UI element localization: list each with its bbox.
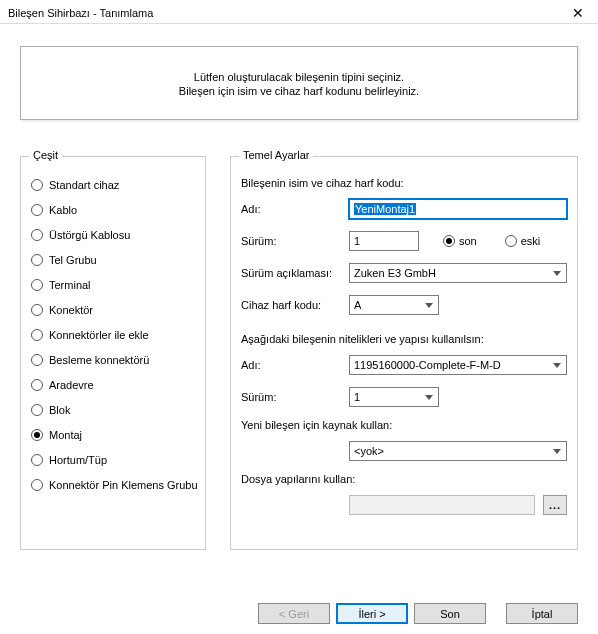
type-fieldset: Çeşit Standart cihazKabloÜstörgü Kablosu… (20, 156, 206, 550)
type-radio-3[interactable]: Tel Grubu (31, 254, 195, 266)
wizard-buttons: < Geri İleri > Son İptal (258, 603, 578, 624)
radio-icon (31, 204, 43, 216)
version-radio-old[interactable]: eski (505, 235, 541, 247)
type-radio-12[interactable]: Konnektör Pin Klemens Grubu (31, 479, 195, 491)
desc-value: Zuken E3 GmbH (354, 267, 436, 279)
chevron-down-icon (549, 446, 564, 456)
attrs-text: Aşağıdaki bileşenin nitelikleri ve yapıs… (241, 333, 567, 345)
radio-icon (31, 279, 43, 291)
name-input[interactable]: YeniMontaj1 (349, 199, 567, 219)
type-radio-label: Terminal (49, 279, 91, 291)
type-radio-label: Tel Grubu (49, 254, 97, 266)
radio-icon (31, 404, 43, 416)
attr-version-value: 1 (354, 391, 360, 403)
devcode-value: A (354, 299, 361, 311)
radio-icon (31, 429, 43, 441)
titlebar: Bileşen Sihirbazı - Tanımlama ✕ (0, 0, 598, 24)
settings-legend: Temel Ayarlar (239, 149, 313, 161)
settings-intro: Bileşenin isim ve cihaz harf kodu: (241, 177, 567, 189)
chevron-down-icon (549, 268, 564, 278)
file-struct-label: Dosya yapılarını kullan: (241, 473, 567, 485)
desc-label: Sürüm açıklaması: (241, 267, 341, 279)
type-radio-label: Hortum/Tüp (49, 454, 107, 466)
name-label: Adı: (241, 203, 341, 215)
devcode-select[interactable]: A (349, 295, 439, 315)
radio-icon (31, 304, 43, 316)
back-button: < Geri (258, 603, 330, 624)
banner-line1: Lütfen oluşturulacak bileşenin tipini se… (31, 71, 567, 83)
type-radio-label: Besleme konnektörü (49, 354, 149, 366)
type-radio-6[interactable]: Konnektörler ile ekle (31, 329, 195, 341)
devcode-label: Cihaz harf kodu: (241, 299, 341, 311)
type-radio-label: Konnektörler ile ekle (49, 329, 149, 341)
chevron-down-icon (549, 360, 564, 370)
version-radio-old-label: eski (521, 235, 541, 247)
type-radio-label: Standart cihaz (49, 179, 119, 191)
radio-icon (31, 329, 43, 341)
type-radio-label: Konektör (49, 304, 93, 316)
type-radio-11[interactable]: Hortum/Tüp (31, 454, 195, 466)
radio-icon (31, 354, 43, 366)
version-radio-new[interactable]: son (443, 235, 477, 247)
attr-version-label: Sürüm: (241, 391, 341, 403)
version-input[interactable] (349, 231, 419, 251)
source-select[interactable]: <yok> (349, 441, 567, 461)
type-radio-label: Blok (49, 404, 70, 416)
type-radio-0[interactable]: Standart cihaz (31, 179, 195, 191)
next-button[interactable]: İleri > (336, 603, 408, 624)
banner-line2: Bileşen için isim ve cihaz harf kodunu b… (31, 85, 567, 97)
browse-button[interactable]: ... (543, 495, 567, 515)
finish-button[interactable]: Son (414, 603, 486, 624)
radio-icon (31, 479, 43, 491)
chevron-down-icon (421, 300, 436, 310)
info-banner: Lütfen oluşturulacak bileşenin tipini se… (20, 46, 578, 120)
radio-icon (31, 229, 43, 241)
radio-icon (31, 179, 43, 191)
file-struct-input (349, 495, 535, 515)
type-radio-10[interactable]: Montaj (31, 429, 195, 441)
radio-icon (31, 379, 43, 391)
desc-select[interactable]: Zuken E3 GmbH (349, 263, 567, 283)
window-title: Bileşen Sihirbazı - Tanımlama (8, 7, 153, 19)
source-value: <yok> (354, 445, 384, 457)
radio-icon (31, 454, 43, 466)
type-radio-5[interactable]: Konektör (31, 304, 195, 316)
radio-icon (31, 254, 43, 266)
type-legend: Çeşit (29, 149, 62, 161)
type-radio-label: Aradevre (49, 379, 94, 391)
version-label: Sürüm: (241, 235, 341, 247)
settings-fieldset: Temel Ayarlar Bileşenin isim ve cihaz ha… (230, 156, 578, 550)
cancel-button[interactable]: İptal (506, 603, 578, 624)
source-label: Yeni bileşen için kaynak kullan: (241, 419, 567, 431)
type-radio-label: Üstörgü Kablosu (49, 229, 130, 241)
type-radio-2[interactable]: Üstörgü Kablosu (31, 229, 195, 241)
type-radio-8[interactable]: Aradevre (31, 379, 195, 391)
type-radio-label: Montaj (49, 429, 82, 441)
name-value: YeniMontaj1 (354, 203, 416, 215)
attr-name-select[interactable]: 1195160000-Complete-F-M-D (349, 355, 567, 375)
attr-name-label: Adı: (241, 359, 341, 371)
type-radio-1[interactable]: Kablo (31, 204, 195, 216)
chevron-down-icon (421, 392, 436, 402)
close-icon[interactable]: ✕ (566, 5, 590, 21)
type-radio-4[interactable]: Terminal (31, 279, 195, 291)
version-radio-new-label: son (459, 235, 477, 247)
type-radio-7[interactable]: Besleme konnektörü (31, 354, 195, 366)
type-radio-9[interactable]: Blok (31, 404, 195, 416)
attr-version-select[interactable]: 1 (349, 387, 439, 407)
type-radio-label: Kablo (49, 204, 77, 216)
attr-name-value: 1195160000-Complete-F-M-D (354, 359, 501, 371)
type-radio-label: Konnektör Pin Klemens Grubu (49, 479, 198, 491)
